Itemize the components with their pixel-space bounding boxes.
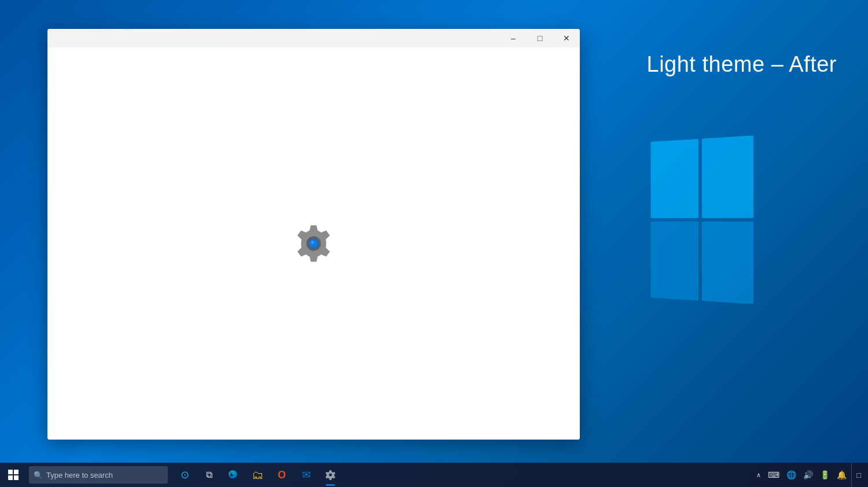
win-logo-pane-3 [651,222,698,301]
taskbar-apps: ⊙ ⧉ 🗂 O ✉ [172,463,343,487]
win-logo-pane-2 [702,135,753,218]
taskbar-app-cortana[interactable]: ⊙ [172,463,197,487]
svg-rect-4 [8,470,13,474]
svg-point-3 [311,241,314,244]
win-logo-pane-4 [702,222,753,304]
minimize-button[interactable]: – [500,29,527,47]
tray-chevron[interactable]: ∧ [754,463,763,487]
tray-show-desktop[interactable]: □ [851,463,863,487]
tray-keyboard[interactable]: ⌨ [766,463,782,487]
edge-icon [227,469,239,481]
title-bar-controls: – □ ✕ [500,29,580,47]
settings-icon [325,469,336,481]
taskbar-app-task-view[interactable]: ⧉ [197,463,221,487]
settings-window: – □ ✕ [47,29,580,440]
task-view-icon: ⧉ [206,470,212,480]
close-button[interactable]: ✕ [553,29,580,47]
taskbar-app-settings[interactable] [318,463,343,487]
maximize-button[interactable]: □ [527,29,553,47]
svg-rect-7 [14,475,19,480]
windows-logo-decoration [648,139,764,324]
theme-label: Light theme – After [647,52,837,77]
gear-icon-container [293,223,334,264]
win-logo-pane-1 [651,139,698,218]
taskbar-app-file-explorer[interactable]: 🗂 [245,463,270,487]
search-placeholder: Type here to search [46,471,113,479]
gear-icon [293,223,334,264]
svg-rect-5 [14,470,19,474]
windows-start-icon [8,470,19,480]
tray-network[interactable]: 🌐 [784,463,799,487]
office-icon: O [278,469,286,481]
start-button[interactable] [0,463,27,487]
search-icon: 🔍 [34,471,43,479]
taskbar: 🔍 Type here to search ⊙ ⧉ 🗂 [0,463,868,487]
mail-icon: ✉ [302,468,311,481]
svg-rect-6 [8,475,13,480]
title-bar: – □ ✕ [47,29,580,47]
tray-volume[interactable]: 🔊 [801,463,815,487]
taskbar-app-office[interactable]: O [270,463,294,487]
tray-notifications[interactable]: 🔔 [834,463,849,487]
cortana-icon: ⊙ [181,468,189,481]
desktop: Light theme – After – □ ✕ [0,0,868,487]
svg-point-2 [309,239,318,248]
taskbar-search[interactable]: 🔍 Type here to search [29,466,168,484]
taskbar-app-edge[interactable] [221,463,245,487]
window-content [47,47,580,440]
taskbar-tray: ∧ ⌨ 🌐 🔊 🔋 🔔 □ [754,463,868,487]
taskbar-app-mail[interactable]: ✉ [294,463,318,487]
file-explorer-icon: 🗂 [252,468,263,482]
tray-battery[interactable]: 🔋 [818,463,832,487]
